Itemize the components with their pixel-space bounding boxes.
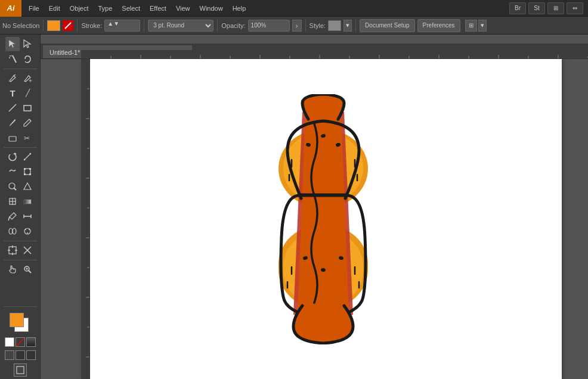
svg-rect-52	[81, 50, 588, 59]
color-mode-row	[5, 337, 36, 347]
menu-select[interactable]: Select	[117, 0, 145, 16]
tool-row-7: ✂	[5, 131, 35, 145]
menu-type[interactable]: Type	[94, 0, 117, 16]
hand-tool[interactable]	[5, 262, 20, 277]
workspace-icon[interactable]: ⊞	[547, 2, 564, 14]
line-tool[interactable]	[5, 101, 20, 115]
svg-line-14	[24, 153, 31, 160]
lasso-tool[interactable]	[20, 52, 35, 66]
svg-rect-10	[24, 105, 31, 111]
style-swatch[interactable]	[328, 20, 341, 31]
tool-row-11	[5, 194, 35, 209]
separator-2	[77, 20, 78, 32]
slice-tool[interactable]	[20, 243, 35, 257]
separator-6	[355, 20, 356, 32]
shape-builder-tool[interactable]	[5, 179, 20, 194]
pencil-tool[interactable]	[20, 116, 35, 130]
arrange-icon[interactable]: ⇔	[567, 2, 583, 14]
rotate-tool[interactable]	[5, 150, 20, 164]
svg-point-36	[25, 229, 26, 230]
view-controls: ⊞ ▾	[465, 20, 487, 32]
view-mode-icon[interactable]: ⊞	[465, 20, 477, 32]
ai-logo: Ai	[0, 0, 21, 17]
no-fill-btn[interactable]	[16, 337, 25, 347]
menu-file[interactable]: File	[24, 0, 44, 16]
screen-mode-btn[interactable]	[14, 364, 27, 377]
hotdog-illustration	[261, 94, 386, 344]
zoom-tool[interactable]	[20, 262, 35, 277]
direct-selection-tool[interactable]	[20, 37, 35, 51]
mesh-tool[interactable]	[5, 194, 20, 209]
doc-setup-button[interactable]: Document Setup	[360, 19, 415, 32]
tool-row-1	[5, 37, 35, 51]
stroke-icon[interactable]	[63, 20, 73, 31]
svg-line-29	[8, 217, 10, 220]
pen-tool[interactable]	[5, 71, 20, 85]
eraser-tool[interactable]	[5, 131, 20, 145]
artboard-tool[interactable]	[5, 243, 20, 257]
main-area: + T ╱	[0, 35, 588, 379]
style-dropdown[interactable]: ▾	[343, 20, 352, 32]
menu-window[interactable]: Window	[195, 0, 228, 16]
tool-row-8	[5, 150, 35, 164]
draw-inside-btn[interactable]	[26, 350, 36, 360]
svg-point-34	[13, 228, 16, 234]
menu-object[interactable]: Object	[65, 0, 94, 16]
menu-help[interactable]: Help	[228, 0, 251, 16]
svg-line-6	[11, 55, 12, 56]
free-transform-tool[interactable]	[20, 164, 35, 179]
separator-3	[144, 20, 144, 32]
preferences-button[interactable]: Preferences	[417, 19, 460, 32]
style-label: Style:	[310, 22, 326, 29]
svg-marker-13	[13, 153, 17, 154]
vertical-type-tool[interactable]: ╱	[20, 86, 35, 100]
tools-panel: + T ╱	[0, 35, 41, 379]
svg-marker-2	[24, 40, 30, 48]
measure-tool[interactable]	[20, 209, 35, 223]
tool-sep-2	[4, 147, 37, 148]
type-tool[interactable]: T	[5, 86, 20, 100]
tool-sep-1	[4, 69, 37, 69]
magic-wand-tool[interactable]	[5, 52, 20, 66]
gradient-tool[interactable]	[20, 194, 35, 209]
add-anchor-tool[interactable]: +	[20, 71, 35, 85]
svg-text:✂: ✂	[24, 134, 30, 142]
gradient-fill-btn[interactable]	[26, 337, 36, 347]
live-paint-tool[interactable]	[20, 179, 35, 194]
rectangle-tool[interactable]	[20, 101, 35, 115]
warp-tool[interactable]	[5, 164, 20, 179]
paintbrush-tool[interactable]	[5, 116, 20, 130]
stock-icon[interactable]: St	[528, 2, 545, 14]
symbol-sprayer-tool[interactable]	[20, 224, 35, 238]
svg-line-47	[29, 271, 31, 273]
selection-tool[interactable]	[5, 37, 20, 51]
blend-tool[interactable]	[5, 224, 20, 238]
tool-row-12	[5, 209, 35, 223]
menu-edit[interactable]: Edit	[44, 0, 65, 16]
opacity-arrow[interactable]: ›	[292, 20, 302, 32]
menu-effect[interactable]: Effect	[145, 0, 171, 16]
stroke-style-select[interactable]: 3 pt. Round	[148, 20, 213, 32]
separator-5	[305, 20, 306, 32]
tool-row-5	[5, 101, 35, 115]
svg-text:+: +	[29, 77, 32, 83]
draw-behind-btn[interactable]	[16, 350, 25, 360]
foreground-color-swatch[interactable]	[10, 313, 24, 327]
scissors-tool[interactable]: ✂	[20, 131, 35, 145]
opacity-input[interactable]	[248, 20, 290, 32]
tool-row-13	[5, 224, 35, 238]
fill-white-btn[interactable]	[5, 337, 14, 347]
bridge-icon[interactable]: Br	[509, 2, 526, 14]
canvas-container[interactable]	[49, 59, 588, 379]
svg-rect-91	[81, 59, 90, 379]
menubar: Ai File Edit Object Type Select Effect V…	[0, 0, 588, 17]
normal-draw-btn[interactable]	[5, 350, 14, 360]
fill-color-swatch[interactable]	[47, 20, 60, 31]
scale-tool[interactable]	[20, 150, 35, 164]
stroke-width-select[interactable]: ▲▼	[104, 20, 140, 32]
view-dropdown[interactable]: ▾	[478, 20, 487, 32]
tool-row-15	[5, 262, 35, 277]
eyedropper-tool[interactable]	[5, 209, 20, 223]
menu-view[interactable]: View	[171, 0, 195, 16]
svg-rect-18	[24, 168, 26, 170]
